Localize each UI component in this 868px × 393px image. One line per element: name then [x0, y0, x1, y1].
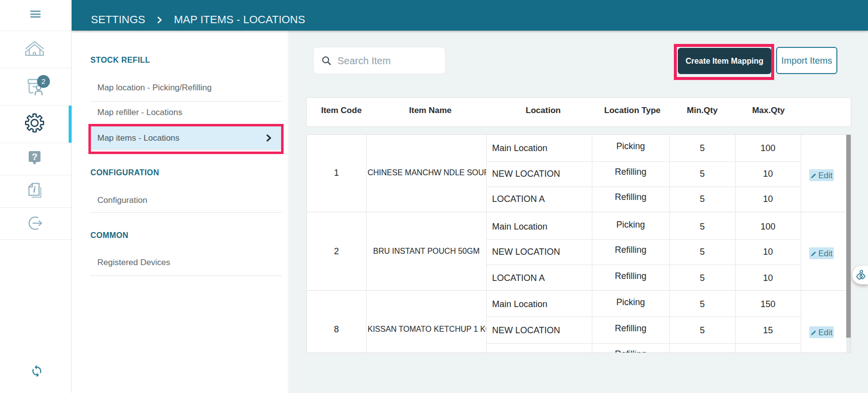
svg-text:i: i: [33, 185, 36, 195]
svg-text:?: ?: [32, 152, 38, 162]
